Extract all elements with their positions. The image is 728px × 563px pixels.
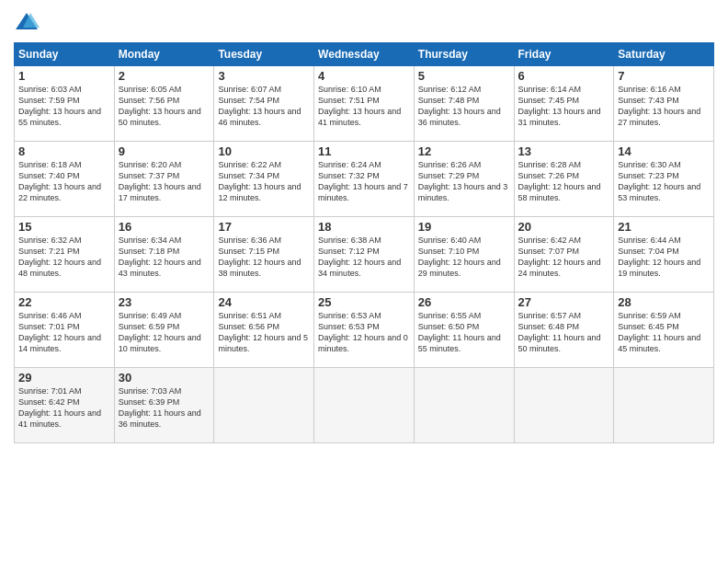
day-info: Sunrise: 6:36 AM Sunset: 7:15 PM Dayligh… bbox=[218, 235, 310, 280]
day-number: 29 bbox=[18, 371, 110, 385]
day-info: Sunrise: 6:26 AM Sunset: 7:29 PM Dayligh… bbox=[418, 159, 510, 204]
day-info: Sunrise: 6:30 AM Sunset: 7:23 PM Dayligh… bbox=[618, 159, 710, 204]
calendar-cell: 25 Sunrise: 6:53 AM Sunset: 6:53 PM Dayl… bbox=[314, 293, 415, 368]
day-info: Sunrise: 6:46 AM Sunset: 7:01 PM Dayligh… bbox=[18, 310, 110, 355]
weekday-header: Sunday bbox=[15, 43, 115, 66]
calendar-cell: 23 Sunrise: 6:49 AM Sunset: 6:59 PM Dayl… bbox=[114, 293, 214, 368]
calendar-cell: 8 Sunrise: 6:18 AM Sunset: 7:40 PM Dayli… bbox=[15, 142, 115, 217]
weekday-header: Wednesday bbox=[314, 43, 415, 66]
calendar-cell: 21 Sunrise: 6:44 AM Sunset: 7:04 PM Dayl… bbox=[614, 217, 714, 293]
header bbox=[14, 9, 714, 35]
day-number: 23 bbox=[119, 295, 210, 309]
calendar-cell: 29 Sunrise: 7:01 AM Sunset: 6:42 PM Dayl… bbox=[15, 368, 115, 443]
calendar-week-row: 22 Sunrise: 6:46 AM Sunset: 7:01 PM Dayl… bbox=[15, 293, 714, 368]
day-number: 7 bbox=[618, 69, 710, 83]
calendar-week-row: 1 Sunrise: 6:03 AM Sunset: 7:59 PM Dayli… bbox=[15, 66, 714, 142]
calendar-cell: 9 Sunrise: 6:20 AM Sunset: 7:37 PM Dayli… bbox=[114, 142, 214, 217]
day-info: Sunrise: 6:12 AM Sunset: 7:48 PM Dayligh… bbox=[418, 84, 510, 129]
day-info: Sunrise: 6:05 AM Sunset: 7:56 PM Dayligh… bbox=[119, 84, 210, 129]
day-number: 30 bbox=[119, 371, 210, 385]
calendar-cell: 13 Sunrise: 6:28 AM Sunset: 7:26 PM Dayl… bbox=[514, 142, 614, 217]
calendar-cell: 24 Sunrise: 6:51 AM Sunset: 6:56 PM Dayl… bbox=[214, 293, 314, 368]
calendar: SundayMondayTuesdayWednesdayThursdayFrid… bbox=[14, 42, 714, 443]
calendar-cell: 11 Sunrise: 6:24 AM Sunset: 7:32 PM Dayl… bbox=[314, 142, 415, 217]
day-info: Sunrise: 7:01 AM Sunset: 6:42 PM Dayligh… bbox=[18, 385, 110, 431]
calendar-cell: 15 Sunrise: 6:32 AM Sunset: 7:21 PM Dayl… bbox=[15, 217, 115, 293]
calendar-cell: 19 Sunrise: 6:40 AM Sunset: 7:10 PM Dayl… bbox=[414, 217, 514, 293]
calendar-cell bbox=[614, 368, 714, 443]
weekday-header: Tuesday bbox=[214, 43, 314, 66]
calendar-cell: 17 Sunrise: 6:36 AM Sunset: 7:15 PM Dayl… bbox=[214, 217, 314, 293]
day-info: Sunrise: 6:20 AM Sunset: 7:37 PM Dayligh… bbox=[119, 159, 210, 204]
day-number: 13 bbox=[518, 144, 610, 158]
day-number: 24 bbox=[218, 295, 310, 309]
day-info: Sunrise: 6:57 AM Sunset: 6:48 PM Dayligh… bbox=[518, 310, 610, 355]
day-number: 27 bbox=[518, 295, 610, 309]
logo-icon bbox=[14, 9, 40, 35]
day-number: 15 bbox=[18, 220, 110, 234]
day-number: 12 bbox=[418, 144, 510, 158]
day-number: 18 bbox=[318, 220, 410, 234]
day-info: Sunrise: 6:42 AM Sunset: 7:07 PM Dayligh… bbox=[518, 235, 610, 280]
calendar-cell: 22 Sunrise: 6:46 AM Sunset: 7:01 PM Dayl… bbox=[15, 293, 115, 368]
day-info: Sunrise: 6:51 AM Sunset: 6:56 PM Dayligh… bbox=[218, 310, 310, 355]
page: SundayMondayTuesdayWednesdayThursdayFrid… bbox=[0, 0, 728, 563]
calendar-cell bbox=[214, 368, 314, 443]
day-info: Sunrise: 6:32 AM Sunset: 7:21 PM Dayligh… bbox=[18, 235, 110, 280]
calendar-cell: 12 Sunrise: 6:26 AM Sunset: 7:29 PM Dayl… bbox=[414, 142, 514, 217]
day-info: Sunrise: 6:10 AM Sunset: 7:51 PM Dayligh… bbox=[318, 84, 410, 129]
weekday-header: Thursday bbox=[414, 43, 514, 66]
day-number: 28 bbox=[618, 295, 710, 309]
calendar-cell bbox=[314, 368, 415, 443]
calendar-cell: 26 Sunrise: 6:55 AM Sunset: 6:50 PM Dayl… bbox=[414, 293, 514, 368]
day-number: 26 bbox=[418, 295, 510, 309]
weekday-header-row: SundayMondayTuesdayWednesdayThursdayFrid… bbox=[15, 43, 714, 66]
calendar-cell bbox=[514, 368, 614, 443]
day-number: 20 bbox=[518, 220, 610, 234]
calendar-cell: 20 Sunrise: 6:42 AM Sunset: 7:07 PM Dayl… bbox=[514, 217, 614, 293]
weekday-header: Friday bbox=[514, 43, 614, 66]
day-info: Sunrise: 6:18 AM Sunset: 7:40 PM Dayligh… bbox=[18, 159, 110, 204]
day-info: Sunrise: 6:55 AM Sunset: 6:50 PM Dayligh… bbox=[418, 310, 510, 355]
day-info: Sunrise: 6:22 AM Sunset: 7:34 PM Dayligh… bbox=[218, 159, 310, 204]
calendar-cell: 6 Sunrise: 6:14 AM Sunset: 7:45 PM Dayli… bbox=[514, 66, 614, 142]
calendar-week-row: 15 Sunrise: 6:32 AM Sunset: 7:21 PM Dayl… bbox=[15, 217, 714, 293]
calendar-cell: 16 Sunrise: 6:34 AM Sunset: 7:18 PM Dayl… bbox=[114, 217, 214, 293]
day-number: 8 bbox=[18, 144, 110, 158]
day-number: 1 bbox=[18, 69, 110, 83]
day-number: 3 bbox=[218, 69, 310, 83]
day-info: Sunrise: 6:24 AM Sunset: 7:32 PM Dayligh… bbox=[318, 159, 410, 204]
calendar-cell: 4 Sunrise: 6:10 AM Sunset: 7:51 PM Dayli… bbox=[314, 66, 415, 142]
calendar-cell: 1 Sunrise: 6:03 AM Sunset: 7:59 PM Dayli… bbox=[15, 66, 115, 142]
day-info: Sunrise: 6:44 AM Sunset: 7:04 PM Dayligh… bbox=[618, 235, 710, 280]
day-number: 16 bbox=[119, 220, 210, 234]
day-info: Sunrise: 6:16 AM Sunset: 7:43 PM Dayligh… bbox=[618, 84, 710, 129]
day-info: Sunrise: 6:34 AM Sunset: 7:18 PM Dayligh… bbox=[119, 235, 210, 280]
calendar-cell: 7 Sunrise: 6:16 AM Sunset: 7:43 PM Dayli… bbox=[614, 66, 714, 142]
day-info: Sunrise: 7:03 AM Sunset: 6:39 PM Dayligh… bbox=[119, 385, 210, 431]
calendar-cell: 30 Sunrise: 7:03 AM Sunset: 6:39 PM Dayl… bbox=[114, 368, 214, 443]
day-info: Sunrise: 6:07 AM Sunset: 7:54 PM Dayligh… bbox=[218, 84, 310, 129]
calendar-cell: 28 Sunrise: 6:59 AM Sunset: 6:45 PM Dayl… bbox=[614, 293, 714, 368]
day-number: 22 bbox=[18, 295, 110, 309]
day-info: Sunrise: 6:14 AM Sunset: 7:45 PM Dayligh… bbox=[518, 84, 610, 129]
calendar-cell: 14 Sunrise: 6:30 AM Sunset: 7:23 PM Dayl… bbox=[614, 142, 714, 217]
day-info: Sunrise: 6:53 AM Sunset: 6:53 PM Dayligh… bbox=[318, 310, 410, 355]
calendar-week-row: 29 Sunrise: 7:01 AM Sunset: 6:42 PM Dayl… bbox=[15, 368, 714, 443]
day-number: 6 bbox=[518, 69, 610, 83]
day-info: Sunrise: 6:40 AM Sunset: 7:10 PM Dayligh… bbox=[418, 235, 510, 280]
calendar-cell: 27 Sunrise: 6:57 AM Sunset: 6:48 PM Dayl… bbox=[514, 293, 614, 368]
day-number: 10 bbox=[218, 144, 310, 158]
day-number: 11 bbox=[318, 144, 410, 158]
day-number: 14 bbox=[618, 144, 710, 158]
logo bbox=[14, 9, 43, 35]
weekday-header: Monday bbox=[114, 43, 214, 66]
calendar-cell: 5 Sunrise: 6:12 AM Sunset: 7:48 PM Dayli… bbox=[414, 66, 514, 142]
day-info: Sunrise: 6:38 AM Sunset: 7:12 PM Dayligh… bbox=[318, 235, 410, 280]
day-info: Sunrise: 6:49 AM Sunset: 6:59 PM Dayligh… bbox=[119, 310, 210, 355]
calendar-body: 1 Sunrise: 6:03 AM Sunset: 7:59 PM Dayli… bbox=[15, 66, 714, 443]
day-number: 19 bbox=[418, 220, 510, 234]
day-info: Sunrise: 6:28 AM Sunset: 7:26 PM Dayligh… bbox=[518, 159, 610, 204]
day-info: Sunrise: 6:03 AM Sunset: 7:59 PM Dayligh… bbox=[18, 84, 110, 129]
calendar-cell bbox=[414, 368, 514, 443]
